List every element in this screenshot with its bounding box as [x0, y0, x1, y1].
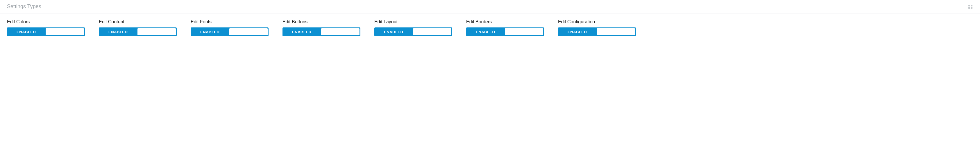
- toggle-edit-borders[interactable]: ENABLED: [466, 27, 544, 36]
- setting-edit-colors: Edit Colors ENABLED: [7, 19, 85, 36]
- toggle-label: ENABLED: [558, 27, 597, 36]
- panel-body: Edit Colors ENABLED Edit Content ENABLED…: [0, 13, 980, 44]
- settings-types-panel: Settings Types Edit Colors ENABLED Edit …: [0, 0, 980, 44]
- toggle-edit-content[interactable]: ENABLED: [99, 27, 177, 36]
- drag-handle-icon[interactable]: [968, 4, 973, 9]
- toggle-edit-buttons[interactable]: ENABLED: [283, 27, 360, 36]
- setting-label: Edit Configuration: [558, 19, 636, 24]
- setting-edit-borders: Edit Borders ENABLED: [466, 19, 544, 36]
- setting-edit-configuration: Edit Configuration ENABLED: [558, 19, 636, 36]
- toggle-knob: [137, 28, 176, 35]
- toggle-knob: [505, 28, 544, 35]
- toggle-edit-configuration[interactable]: ENABLED: [558, 27, 636, 36]
- toggle-edit-colors[interactable]: ENABLED: [7, 27, 85, 36]
- toggle-edit-fonts[interactable]: ENABLED: [191, 27, 269, 36]
- setting-label: Edit Buttons: [283, 19, 360, 24]
- setting-label: Edit Borders: [466, 19, 544, 24]
- toggle-knob: [229, 28, 268, 35]
- toggle-label: ENABLED: [7, 27, 46, 36]
- setting-edit-fonts: Edit Fonts ENABLED: [191, 19, 269, 36]
- toggle-label: ENABLED: [374, 27, 413, 36]
- setting-label: Edit Content: [99, 19, 177, 24]
- toggle-knob: [597, 28, 635, 35]
- panel-title: Settings Types: [7, 3, 41, 10]
- setting-label: Edit Fonts: [191, 19, 269, 24]
- toggle-label: ENABLED: [191, 27, 229, 36]
- setting-label: Edit Colors: [7, 19, 85, 24]
- toggle-edit-layout[interactable]: ENABLED: [374, 27, 452, 36]
- toggle-knob: [46, 28, 84, 35]
- setting-edit-layout: Edit Layout ENABLED: [374, 19, 452, 36]
- panel-header: Settings Types: [0, 0, 980, 13]
- toggle-knob: [321, 28, 360, 35]
- toggle-label: ENABLED: [99, 27, 137, 36]
- setting-edit-content: Edit Content ENABLED: [99, 19, 177, 36]
- setting-edit-buttons: Edit Buttons ENABLED: [283, 19, 360, 36]
- toggle-label: ENABLED: [283, 27, 321, 36]
- toggle-label: ENABLED: [466, 27, 505, 36]
- toggle-knob: [413, 28, 452, 35]
- setting-label: Edit Layout: [374, 19, 452, 24]
